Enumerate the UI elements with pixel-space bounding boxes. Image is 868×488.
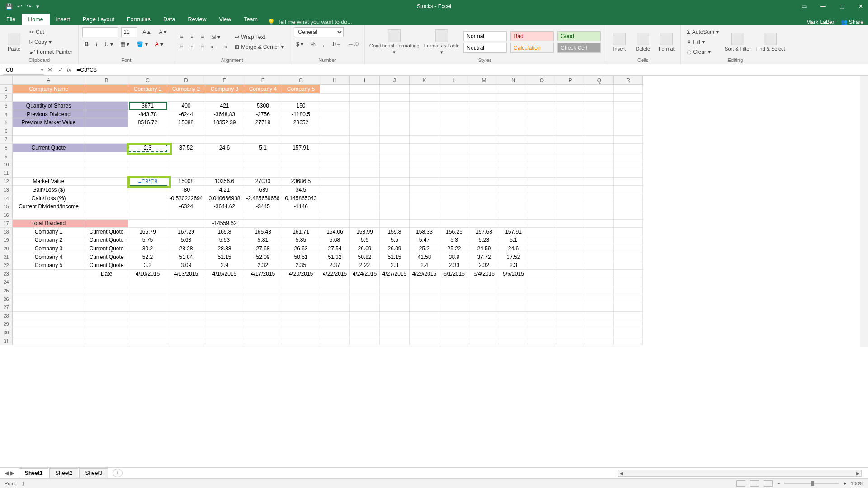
cell-Q8[interactable] — [585, 144, 614, 152]
col-header-E[interactable]: E — [205, 76, 244, 85]
cell-C8[interactable]: 2.3 — [128, 144, 167, 152]
select-all-corner[interactable] — [0, 76, 13, 85]
align-middle-icon[interactable]: ≡ — [188, 33, 196, 42]
cell-B29[interactable] — [85, 320, 128, 329]
cell-K30[interactable] — [410, 328, 439, 337]
cell-F6[interactable] — [244, 127, 282, 136]
cell-P12[interactable] — [556, 178, 585, 186]
cell-F7[interactable] — [244, 136, 282, 144]
cell-K14[interactable] — [410, 194, 439, 203]
cell-G13[interactable]: 34.5 — [282, 186, 320, 194]
row-header-9[interactable]: 9 — [0, 152, 13, 161]
autosum-button[interactable]: Σ AutoSum ▾ — [684, 28, 721, 37]
cell-R23[interactable] — [614, 270, 643, 278]
cell-L6[interactable] — [439, 127, 469, 136]
cell-N24[interactable] — [499, 278, 528, 287]
cell-Q9[interactable] — [585, 152, 614, 161]
cell-K11[interactable] — [410, 169, 439, 178]
macro-record-icon[interactable]: ▯ — [21, 480, 24, 486]
cell-J20[interactable]: 26.09 — [380, 244, 410, 253]
cell-R25[interactable] — [614, 286, 643, 295]
cell-D29[interactable] — [167, 320, 205, 329]
col-header-N[interactable]: N — [499, 76, 528, 85]
percent-icon[interactable]: % — [308, 40, 318, 49]
cell-O19[interactable] — [528, 236, 556, 245]
underline-button[interactable]: U ▾ — [102, 40, 115, 49]
cell-H29[interactable] — [320, 320, 350, 329]
cell-B22[interactable]: Current Quote — [85, 261, 128, 270]
cell-F20[interactable]: 27.68 — [244, 244, 282, 253]
cell-G18[interactable]: 161.71 — [282, 228, 320, 236]
cell-A6[interactable] — [13, 127, 85, 136]
cell-F8[interactable]: 5.1 — [244, 144, 282, 152]
cell-F15[interactable]: -3445 — [244, 202, 282, 211]
cell-F19[interactable]: 5.81 — [244, 236, 282, 245]
cell-C30[interactable] — [128, 328, 167, 337]
cell-G5[interactable]: 23652 — [282, 118, 320, 127]
cell-A8[interactable]: Current Quote — [13, 144, 85, 152]
cell-Q24[interactable] — [585, 278, 614, 287]
cell-O2[interactable] — [528, 94, 556, 102]
cell-E13[interactable]: 4.21 — [205, 186, 244, 194]
cell-M11[interactable] — [469, 169, 499, 178]
cell-Q13[interactable] — [585, 186, 614, 194]
cell-K1[interactable] — [410, 85, 439, 94]
cell-L13[interactable] — [439, 186, 469, 194]
cell-Q21[interactable] — [585, 253, 614, 262]
row-header-21[interactable]: 21 — [0, 253, 13, 262]
vertical-scrollbar[interactable] — [860, 76, 868, 347]
cell-Q31[interactable] — [585, 337, 614, 346]
cell-F3[interactable]: 5300 — [244, 102, 282, 110]
cell-F28[interactable] — [244, 312, 282, 320]
cell-R13[interactable] — [614, 186, 643, 194]
cell-P8[interactable] — [556, 144, 585, 152]
cell-G6[interactable] — [282, 127, 320, 136]
col-header-A[interactable]: A — [13, 76, 85, 85]
cell-M15[interactable] — [469, 202, 499, 211]
cell-I20[interactable]: 26.09 — [350, 244, 380, 253]
cell-R27[interactable] — [614, 303, 643, 312]
col-header-O[interactable]: O — [528, 76, 556, 85]
cell-P13[interactable] — [556, 186, 585, 194]
cell-C28[interactable] — [128, 312, 167, 320]
cell-J2[interactable] — [380, 94, 410, 102]
cut-button[interactable]: ✂ Cut — [27, 28, 75, 37]
cell-B9[interactable] — [85, 152, 128, 161]
cell-L31[interactable] — [439, 337, 469, 346]
cell-L16[interactable] — [439, 211, 469, 220]
col-header-F[interactable]: F — [244, 76, 282, 85]
cell-L17[interactable] — [439, 220, 469, 228]
cell-O14[interactable] — [528, 194, 556, 203]
col-header-M[interactable]: M — [469, 76, 499, 85]
cell-R7[interactable] — [614, 136, 643, 144]
cell-H6[interactable] — [320, 127, 350, 136]
tab-data[interactable]: Data — [157, 14, 181, 25]
cell-N18[interactable]: 157.91 — [499, 228, 528, 236]
cell-G12[interactable]: 23686.5 — [282, 178, 320, 186]
cell-M10[interactable] — [469, 160, 499, 169]
cell-K29[interactable] — [410, 320, 439, 329]
cell-D10[interactable] — [167, 160, 205, 169]
cell-N9[interactable] — [499, 152, 528, 161]
cell-P25[interactable] — [556, 286, 585, 295]
cell-M5[interactable] — [469, 118, 499, 127]
ribbon-options-icon[interactable]: ▭ — [799, 3, 808, 9]
tab-home[interactable]: Home — [22, 14, 49, 25]
cell-A15[interactable]: Current Dividend/Income — [13, 202, 85, 211]
row-header-5[interactable]: 5 — [0, 118, 13, 127]
cell-C27[interactable] — [128, 303, 167, 312]
row-header-29[interactable]: 29 — [0, 320, 13, 329]
cell-E28[interactable] — [205, 312, 244, 320]
cell-Q10[interactable] — [585, 160, 614, 169]
cell-H9[interactable] — [320, 152, 350, 161]
cell-E6[interactable] — [205, 127, 244, 136]
cell-H31[interactable] — [320, 337, 350, 346]
style-good[interactable]: Good — [557, 31, 601, 41]
wrap-text-button[interactable]: ↩ Wrap Text — [232, 33, 286, 42]
zoom-slider[interactable] — [784, 483, 839, 484]
view-normal-icon[interactable] — [736, 480, 745, 487]
col-header-R[interactable]: R — [614, 76, 643, 85]
cell-M7[interactable] — [469, 136, 499, 144]
find-select-button[interactable]: Find & Select — [755, 32, 786, 52]
cell-L29[interactable] — [439, 320, 469, 329]
